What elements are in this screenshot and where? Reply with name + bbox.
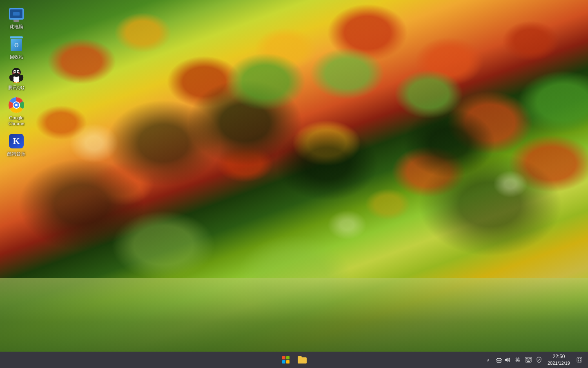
- taskbar-right: ∧ 英: [485, 352, 588, 368]
- svg-marker-21: [505, 358, 508, 362]
- recycle-lid: [10, 36, 23, 38]
- language-label: 英: [515, 357, 520, 363]
- desktop-icon-area: 此电脑 ♻ 回收站: [0, 0, 33, 161]
- svg-point-10: [18, 72, 20, 74]
- svg-rect-31: [577, 357, 582, 362]
- svg-rect-25: [529, 358, 530, 359]
- this-pc-label: 此电脑: [10, 24, 23, 29]
- kugou-icon: K: [8, 133, 24, 149]
- notification-center-button[interactable]: [576, 356, 583, 364]
- desktop-icon-chrome[interactable]: Google Chrome: [2, 94, 31, 129]
- svg-rect-28: [527, 360, 529, 361]
- desktop-icon-recycle-bin[interactable]: ♻ 回收站: [2, 34, 31, 62]
- kugou-label: 酷狗音乐: [7, 151, 25, 157]
- security-icon[interactable]: [535, 356, 543, 364]
- svg-point-4: [12, 68, 21, 77]
- qq-label: 腾讯QQ: [8, 85, 24, 90]
- win-logo-piece-1: [282, 356, 285, 359]
- desktop-icon-this-pc[interactable]: 此电脑: [2, 3, 31, 32]
- recycle-bin-label: 回收站: [10, 54, 23, 60]
- svg-point-7: [14, 71, 16, 72]
- windows-logo-icon: [282, 356, 290, 364]
- win-logo-piece-4: [286, 360, 290, 364]
- win-logo-piece-2: [286, 356, 290, 359]
- chevron-up-icon: ∧: [487, 358, 490, 362]
- system-tray-icons: [495, 356, 511, 364]
- clock-time: 22:50: [552, 353, 565, 360]
- taskbar-center: [278, 352, 310, 367]
- svg-rect-35: [580, 360, 581, 361]
- svg-rect-24: [527, 358, 528, 359]
- language-indicator[interactable]: 英: [514, 356, 521, 364]
- taskbar: ∧ 英: [0, 352, 588, 368]
- chrome-icon: [8, 97, 24, 113]
- water-reflection: [0, 278, 588, 352]
- monitor-screen: [10, 9, 22, 18]
- svg-rect-23: [526, 358, 527, 359]
- recycle-body: ♻: [11, 39, 22, 51]
- show-hidden-icons-button[interactable]: ∧: [485, 356, 492, 364]
- svg-rect-32: [578, 358, 579, 359]
- clock-date: 2021/12/19: [548, 360, 570, 366]
- folder-body: [298, 357, 307, 364]
- svg-point-8: [18, 71, 19, 72]
- kugou-logo: K: [9, 134, 24, 148]
- svg-rect-34: [578, 360, 579, 361]
- file-explorer-button[interactable]: [295, 352, 310, 367]
- system-clock[interactable]: 22:50 2021/12/19: [546, 352, 572, 368]
- network-icon[interactable]: [495, 356, 503, 364]
- input-method-icon[interactable]: [525, 356, 532, 364]
- volume-icon[interactable]: [503, 356, 511, 364]
- svg-rect-33: [580, 358, 581, 359]
- folder-icon: [298, 356, 307, 364]
- chrome-label: Google Chrome: [3, 115, 29, 127]
- svg-rect-26: [530, 358, 531, 359]
- svg-rect-1: [13, 12, 20, 16]
- svg-point-18: [15, 104, 18, 106]
- svg-rect-27: [526, 360, 527, 361]
- svg-rect-30: [527, 361, 530, 362]
- start-button[interactable]: [278, 352, 293, 367]
- recycle-bin-icon: ♻: [8, 36, 24, 52]
- desktop: 此电脑 ♻ 回收站: [0, 0, 588, 352]
- win-logo-piece-3: [282, 360, 285, 364]
- desktop-icon-kugou[interactable]: K 酷狗音乐: [2, 130, 31, 159]
- this-pc-icon: [8, 6, 24, 22]
- svg-point-20: [499, 361, 499, 361]
- desktop-icon-qq[interactable]: 腾讯QQ: [2, 64, 31, 93]
- qq-icon: [8, 67, 24, 83]
- svg-point-9: [12, 72, 15, 74]
- recycle-arrows-icon: ♻: [14, 42, 19, 48]
- svg-rect-29: [530, 360, 531, 361]
